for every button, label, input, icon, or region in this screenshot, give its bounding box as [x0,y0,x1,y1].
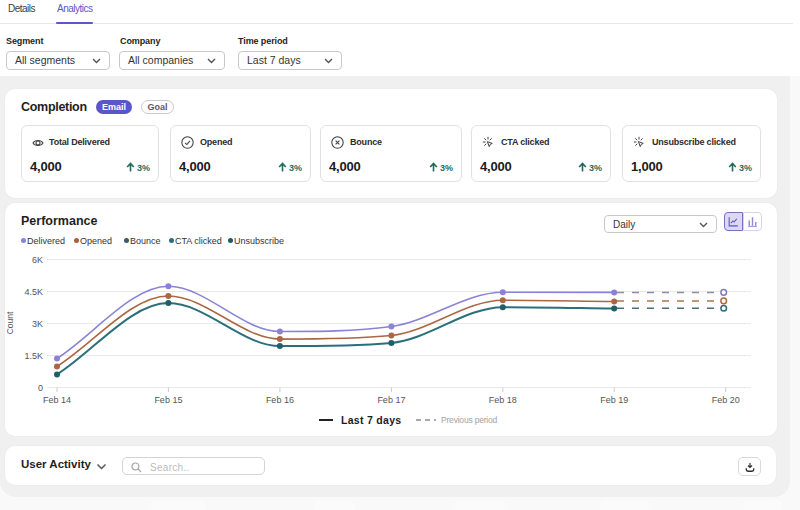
svg-text:Feb 17: Feb 17 [377,395,405,405]
svg-text:Previous period: Previous period [441,415,498,425]
svg-text:Feb 16: Feb 16 [266,395,294,405]
svg-text:4.5K: 4.5K [24,287,43,297]
svg-text:Count: Count [5,311,15,334]
svg-text:Feb 19: Feb 19 [600,395,628,405]
svg-text:0: 0 [38,383,43,393]
svg-text:Feb 18: Feb 18 [489,395,517,405]
svg-text:Last 7 days: Last 7 days [341,414,402,426]
svg-text:1.5K: 1.5K [24,351,43,361]
svg-text:Feb 14: Feb 14 [43,395,71,405]
svg-text:Feb 20: Feb 20 [712,395,740,405]
svg-text:6K: 6K [32,255,43,265]
svg-text:Feb 15: Feb 15 [154,395,182,405]
svg-text:3K: 3K [32,319,43,329]
